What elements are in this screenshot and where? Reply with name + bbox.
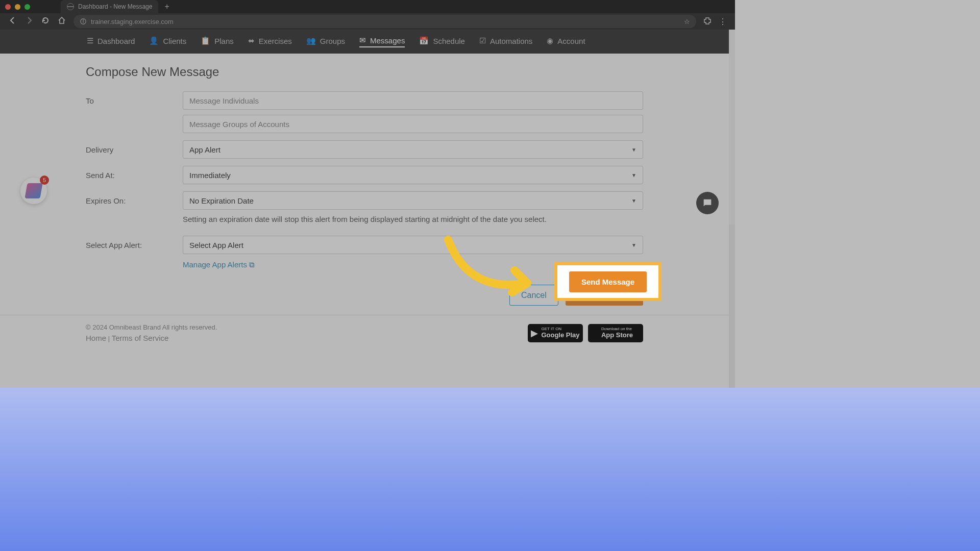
nav-automations[interactable]: ☑Automations: [479, 36, 532, 47]
send-message-button-highlighted[interactable]: Send Message: [569, 271, 647, 292]
users-icon: 👥: [306, 36, 316, 45]
calendar-icon: 📅: [419, 36, 429, 45]
clipboard-icon: 📋: [201, 36, 210, 45]
cancel-button[interactable]: Cancel: [509, 285, 558, 306]
back-button[interactable]: [8, 16, 17, 27]
gradient-background: [0, 388, 980, 551]
chevron-down-icon: ▼: [631, 172, 636, 178]
delivery-label: Delivery: [86, 140, 183, 154]
svg-point-2: [83, 19, 84, 20]
chat-icon: [702, 197, 713, 209]
home-button[interactable]: [57, 16, 66, 27]
user-icon: 👤: [149, 36, 159, 45]
to-label: To: [86, 91, 183, 105]
dumbbell-icon: ⬌: [248, 36, 255, 45]
select-alert-label: Select App Alert:: [86, 236, 183, 249]
new-tab-button[interactable]: +: [164, 2, 169, 11]
app-alert-select[interactable]: Select App Alert▼: [183, 236, 643, 254]
send-at-select[interactable]: Immediately▼: [183, 166, 643, 184]
browser-tab[interactable]: Dashboard - New Message: [61, 0, 158, 13]
expires-help-text: Setting an expiration date will stop thi…: [183, 215, 643, 223]
account-icon: ◉: [547, 36, 553, 45]
help-widget[interactable]: 5: [20, 178, 47, 204]
nav-messages[interactable]: ✉Messages: [359, 36, 405, 47]
footer-home-link[interactable]: Home: [86, 334, 106, 342]
reload-button[interactable]: [41, 16, 50, 27]
help-widget-logo-icon: [24, 183, 42, 198]
help-widget-badge: 5: [40, 176, 49, 185]
minimize-window-icon[interactable]: [15, 4, 20, 10]
forward-button[interactable]: [24, 16, 34, 27]
extensions-icon[interactable]: [703, 16, 712, 27]
url-text: trainer.staging.exercise.com: [91, 18, 174, 26]
page-title: Compose New Message: [86, 65, 643, 79]
google-play-icon: ▶: [531, 328, 538, 339]
google-play-badge[interactable]: ▶ GET IT ONGoogle Play: [528, 324, 583, 342]
bookmark-star-icon[interactable]: ☆: [684, 18, 690, 26]
app-store-badge[interactable]: Download on theApp Store: [588, 324, 643, 342]
browser-menu-icon[interactable]: ⋮: [719, 17, 727, 27]
external-link-icon: ⧉: [249, 260, 255, 269]
traffic-lights[interactable]: [5, 4, 30, 10]
nav-dashboard[interactable]: ☰Dashboard: [87, 36, 135, 47]
check-icon: ☑: [479, 36, 486, 45]
nav-account[interactable]: ◉Account: [547, 36, 585, 47]
copyright-text: © 2024 Omnibeast Brand All rights reserv…: [86, 322, 217, 333]
manage-alerts-link[interactable]: Manage App Alerts⧉: [183, 260, 255, 269]
menu-icon: ☰: [87, 36, 93, 45]
browser-chrome: Dashboard - New Message + trainer.stagin…: [0, 0, 735, 30]
close-window-icon[interactable]: [5, 4, 11, 10]
highlight-callout: Send Message: [554, 262, 662, 301]
chat-widget[interactable]: [696, 192, 719, 214]
delivery-select[interactable]: App Alert▼: [183, 140, 643, 159]
chevron-down-icon: ▼: [631, 147, 636, 153]
send-at-label: Send At:: [86, 166, 183, 180]
nav-groups[interactable]: 👥Groups: [306, 36, 345, 47]
maximize-window-icon[interactable]: [24, 4, 30, 10]
to-groups-input[interactable]: Message Groups of Accounts: [183, 115, 643, 133]
nav-schedule[interactable]: 📅Schedule: [419, 36, 465, 47]
globe-icon: [67, 3, 74, 10]
nav-plans[interactable]: 📋Plans: [201, 36, 234, 47]
chevron-down-icon: ▼: [631, 242, 636, 248]
nav-clients[interactable]: 👤Clients: [149, 36, 186, 47]
nav-exercises[interactable]: ⬌Exercises: [248, 36, 292, 47]
to-individuals-input[interactable]: Message Individuals: [183, 91, 643, 110]
scrollbar[interactable]: [729, 30, 735, 224]
footer: © 2024 Omnibeast Brand All rights reserv…: [0, 315, 729, 351]
chevron-down-icon: ▼: [631, 198, 636, 204]
expires-select[interactable]: No Expiration Date▼: [183, 191, 643, 210]
envelope-icon: ✉: [359, 36, 366, 45]
footer-tos-link[interactable]: Terms of Service: [112, 334, 169, 342]
url-bar[interactable]: trainer.staging.exercise.com ☆: [74, 15, 696, 28]
app-nav: ☰Dashboard 👤Clients 📋Plans ⬌Exercises 👥G…: [0, 30, 735, 54]
expires-label: Expires On:: [86, 191, 183, 205]
site-info-icon: [80, 18, 87, 25]
tab-title: Dashboard - New Message: [78, 3, 152, 10]
